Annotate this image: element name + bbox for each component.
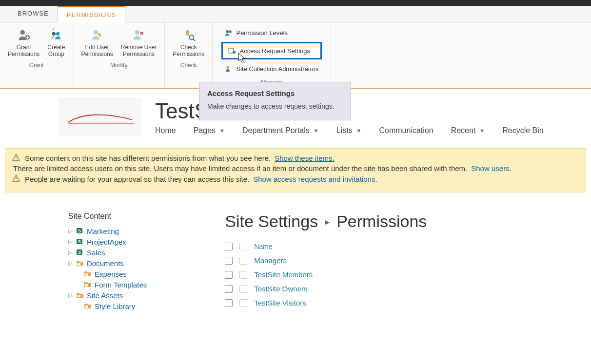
nav-pages[interactable]: Pages▼ xyxy=(194,126,225,135)
permission-levels-button[interactable]: Permission Levels xyxy=(221,27,321,38)
tree-item-label: Marketing xyxy=(87,227,119,235)
nav-lists[interactable]: Lists▼ xyxy=(336,126,362,135)
tree-item-label: Site Assets xyxy=(87,291,123,300)
warning-icon xyxy=(12,174,21,183)
check-permissions-button[interactable]: Check Permissions xyxy=(170,25,207,59)
permissions-panel: Site Settings ▸ Permissions Name Manager… xyxy=(225,212,581,311)
label: Check Permissions xyxy=(173,44,204,58)
tree-item[interactable]: ▷SProjectApex xyxy=(68,236,147,247)
tab-permissions[interactable]: PERMISSIONS xyxy=(58,6,125,22)
nav-recycle-bin[interactable]: Recycle Bin xyxy=(502,126,543,135)
row-secondary-checkbox[interactable] xyxy=(239,299,247,307)
notice-text: Some content on this site has different … xyxy=(25,154,271,162)
tree-item[interactable]: Form Templates xyxy=(68,279,147,290)
key-search-icon xyxy=(180,26,197,43)
site-collection-admins-button[interactable]: Site Collection Administrators xyxy=(221,63,321,74)
row-checkbox[interactable] xyxy=(225,271,233,279)
row-checkbox[interactable] xyxy=(225,257,233,265)
row-checkbox[interactable] xyxy=(225,285,233,293)
tree-item[interactable]: Style Library xyxy=(68,301,147,311)
nav-communication[interactable]: Communication xyxy=(379,126,433,135)
tree-item-label: Documents xyxy=(87,259,124,268)
site-logo[interactable] xyxy=(59,97,141,136)
select-all-checkbox[interactable] xyxy=(225,243,233,250)
show-users-link[interactable]: Show users. xyxy=(471,164,512,172)
edit-user-permissions-button[interactable]: Edit User Permissions xyxy=(78,25,116,59)
breadcrumb-site-settings[interactable]: Site Settings xyxy=(225,212,318,231)
tree-item[interactable]: ▷Site Assets xyxy=(68,290,147,301)
grant-permissions-button[interactable]: Grant Permissions xyxy=(5,25,42,59)
label: Lists xyxy=(336,126,353,135)
people-icon xyxy=(224,28,233,37)
label: Create Group xyxy=(47,44,65,58)
expander-icon[interactable]: ▷ xyxy=(68,249,74,256)
tree-item-label: ProjectApex xyxy=(87,238,126,246)
sharepoint-site-icon: S xyxy=(76,237,85,246)
tree-item-label: Sales xyxy=(87,249,105,257)
label: Permission Levels xyxy=(236,29,288,37)
svg-point-2 xyxy=(52,32,56,36)
show-access-requests-link[interactable]: Show access requests and invitations. xyxy=(253,175,377,183)
group-name-link[interactable]: TestSite Members xyxy=(254,270,313,279)
tooltip-body: Make changes to access request settings. xyxy=(207,102,343,110)
permissions-table: Name ManagersTestSite MembersTestSite Ow… xyxy=(225,240,581,310)
row-secondary-checkbox[interactable] xyxy=(239,271,247,279)
ribbon-group-manage: Permission Levels Access Request Setting… xyxy=(213,22,331,88)
label: Access Request Settings xyxy=(239,47,310,55)
svg-rect-15 xyxy=(16,159,16,159)
nav-recent[interactable]: Recent▼ xyxy=(451,126,485,135)
svg-rect-14 xyxy=(16,156,16,158)
remove-user-permissions-button[interactable]: Remove User Permissions xyxy=(118,25,159,59)
breadcrumb-separator-icon: ▸ xyxy=(325,216,330,228)
label: Edit User Permissions xyxy=(81,44,113,58)
group-name-link[interactable]: TestSite Owners xyxy=(254,285,307,293)
group-name-link[interactable]: Managers xyxy=(254,256,287,265)
label: Remove User Permissions xyxy=(121,44,157,58)
svg-point-0 xyxy=(20,30,24,35)
expander-icon[interactable]: ▷ xyxy=(68,228,74,234)
label: Site Collection Administrators xyxy=(236,65,318,73)
column-header-name[interactable]: Name xyxy=(254,243,272,250)
chevron-down-icon: ▼ xyxy=(219,128,225,134)
row-secondary-checkbox[interactable] xyxy=(239,257,247,265)
tree-item[interactable]: Expenses xyxy=(68,268,147,279)
tree-item-label: Expenses xyxy=(95,270,127,278)
svg-point-10 xyxy=(229,30,232,33)
folder-icon xyxy=(84,280,93,289)
row-checkbox[interactable] xyxy=(225,299,233,307)
access-request-settings-button[interactable]: Access Request Settings xyxy=(221,42,321,59)
tab-browse[interactable]: BROWSE xyxy=(9,6,58,22)
tree-item[interactable]: ▷SSales xyxy=(68,247,147,258)
group-label-grant: Grant xyxy=(29,62,44,69)
admin-icon xyxy=(224,64,233,73)
ribbon-group-check: Check Permissions Check xyxy=(165,22,213,88)
group-name-link[interactable]: TestSite Visitors xyxy=(254,299,306,307)
group-label-modify: Modify xyxy=(110,62,127,69)
label: Grant Permissions xyxy=(8,44,39,58)
table-row: TestSite Owners xyxy=(225,282,581,296)
nav-home[interactable]: Home xyxy=(155,126,176,135)
chevron-down-icon: ▼ xyxy=(356,128,362,134)
label: Department Portals xyxy=(242,126,310,135)
content-area: Site Content ▷SMarketing▷SProjectApex▷SS… xyxy=(0,192,591,311)
svg-rect-7 xyxy=(186,30,189,36)
expander-icon[interactable]: ▷ xyxy=(68,239,74,245)
expander-icon[interactable]: ▷ xyxy=(68,292,74,299)
show-these-items-link[interactable]: Show these items. xyxy=(275,154,335,162)
warning-icon xyxy=(12,153,21,162)
expander-icon[interactable]: ▷ xyxy=(68,260,74,267)
svg-rect-16 xyxy=(16,177,16,179)
svg-point-8 xyxy=(189,35,194,39)
group-label-check: Check xyxy=(180,62,197,69)
svg-text:S: S xyxy=(78,239,81,244)
row-secondary-checkbox[interactable] xyxy=(239,285,247,293)
tree-item[interactable]: ▷Documents xyxy=(68,258,147,268)
site-content-header: Site Content xyxy=(68,212,147,221)
breadcrumb: Site Settings ▸ Permissions xyxy=(225,212,581,231)
create-group-button[interactable]: ✦ Create Group xyxy=(44,25,68,59)
nav-department-portals[interactable]: Department Portals▼ xyxy=(242,126,319,135)
svg-point-9 xyxy=(226,30,229,33)
tree-item[interactable]: ▷SMarketing xyxy=(68,226,147,236)
tooltip-title: Access Request Settings xyxy=(207,89,343,97)
svg-point-3 xyxy=(56,32,60,36)
